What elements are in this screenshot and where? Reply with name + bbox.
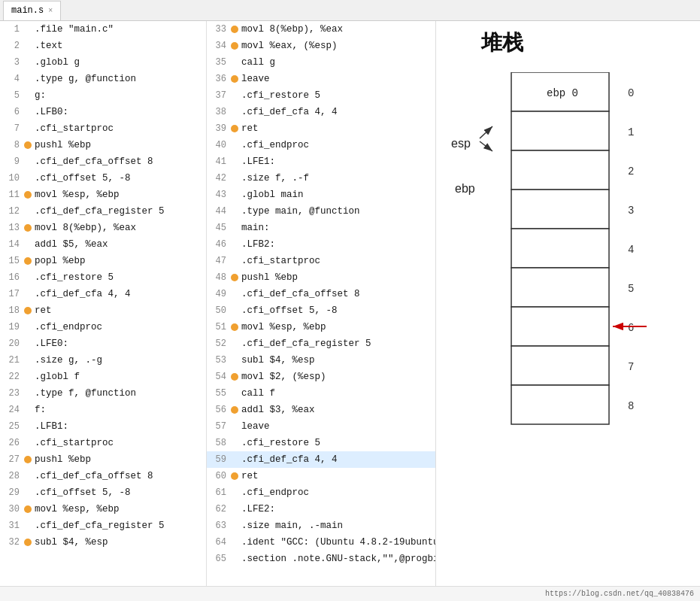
code-text: .section .note.GNU-stack,"",@progbits xyxy=(241,554,435,564)
line-number: 27 xyxy=(3,454,20,465)
code-line: 50 .cfi_offset 5, -8 xyxy=(207,302,435,319)
line-number: 1 xyxy=(3,24,20,35)
code-line: 37 .cfi_restore 5 xyxy=(207,87,435,104)
tab-label: main.s xyxy=(11,5,44,16)
code-text: .cfi_def_cfa 4, 4 xyxy=(241,107,338,117)
line-number: 65 xyxy=(210,554,226,564)
code-text: .cfi_startproc xyxy=(241,256,320,266)
code-text: subl $4, %esp xyxy=(241,355,315,366)
code-line: 41.LFE1: xyxy=(207,153,435,170)
breakpoint-dot[interactable] xyxy=(24,539,32,546)
line-number: 31 xyxy=(3,521,20,531)
breakpoint-dot[interactable] xyxy=(231,323,238,331)
code-line: 47 .cfi_startproc xyxy=(207,253,435,269)
code-line: 40 .cfi_endproc xyxy=(207,137,435,153)
line-number: 32 xyxy=(3,537,20,548)
line-number: 46 xyxy=(210,239,226,250)
breakpoint-dot[interactable] xyxy=(231,406,238,414)
code-text: pushl %ebp xyxy=(35,140,91,150)
code-text: .cfi_def_cfa 4, 4 xyxy=(241,454,338,465)
code-line: 46.LFB2: xyxy=(207,236,435,253)
code-text: .LFE2: xyxy=(241,504,275,514)
code-line: 22 .globl f xyxy=(0,369,206,385)
breakpoint-dot[interactable] xyxy=(231,274,238,281)
code-line: 61 .cfi_endproc xyxy=(207,484,435,501)
code-text: call f xyxy=(241,388,275,399)
line-number: 3 xyxy=(3,57,20,68)
code-text: movl %esp, %ebp xyxy=(241,322,326,332)
line-number: 6 xyxy=(3,107,20,117)
code-line: 10 .cfi_offset 5, -8 xyxy=(0,170,206,187)
line-number: 63 xyxy=(210,521,226,531)
breakpoint-dot[interactable] xyxy=(24,505,32,513)
code-line: 59 .cfi_def_cfa 4, 4 xyxy=(207,451,435,468)
svg-rect-17 xyxy=(511,385,609,424)
line-number: 22 xyxy=(3,372,20,382)
code-text: movl 8(%ebp), %eax xyxy=(241,24,343,35)
line-number: 2 xyxy=(3,41,20,51)
breakpoint-dot[interactable] xyxy=(24,191,32,199)
code-text: ret xyxy=(241,471,259,481)
breakpoint-dot[interactable] xyxy=(231,42,238,50)
breakpoint-dot[interactable] xyxy=(24,456,32,463)
code-line: 38 .cfi_def_cfa 4, 4 xyxy=(207,104,435,120)
code-line: 44 .type main, @function xyxy=(207,203,435,220)
main-content: 1 .file "main.c"2 .text3 .globl g4 .type… xyxy=(0,21,700,586)
breakpoint-dot[interactable] xyxy=(231,75,238,83)
line-number: 12 xyxy=(3,206,20,217)
code-line: 31 .cfi_def_cfa_register 5 xyxy=(0,518,206,534)
svg-text:6: 6 xyxy=(628,322,634,334)
breakpoint-dot[interactable] xyxy=(231,472,238,480)
code-line: 18 ret xyxy=(0,302,206,319)
breakpoint-dot[interactable] xyxy=(231,125,238,132)
svg-rect-9 xyxy=(511,229,609,268)
code-line: 19 .cfi_endproc xyxy=(0,319,206,335)
code-line: 51 movl %esp, %ebp xyxy=(207,319,435,335)
code-text: pushl %ebp xyxy=(241,272,298,283)
code-right-column: 33 movl 8(%ebp), %eax34 movl %eax, (%esp… xyxy=(207,21,435,586)
code-text: f: xyxy=(35,405,46,415)
line-number: 11 xyxy=(3,190,20,200)
line-number: 53 xyxy=(210,355,226,366)
line-number: 38 xyxy=(210,107,226,117)
code-line: 43 .globl main xyxy=(207,187,435,203)
breakpoint-dot[interactable] xyxy=(24,141,32,149)
code-text: .type g, @function xyxy=(35,74,136,84)
code-line: 57 leave xyxy=(207,418,435,435)
code-line: 52 .cfi_def_cfa_register 5 xyxy=(207,335,435,352)
code-text: movl %esp, %ebp xyxy=(35,190,120,200)
code-text: .LFB0: xyxy=(35,107,68,117)
line-number: 23 xyxy=(3,388,20,399)
code-text: leave xyxy=(241,74,270,84)
code-line: 45main: xyxy=(207,220,435,236)
svg-rect-11 xyxy=(511,268,609,307)
breakpoint-dot[interactable] xyxy=(231,26,238,33)
breakpoint-dot[interactable] xyxy=(231,373,238,381)
code-text: .cfi_startproc xyxy=(35,438,114,448)
code-line: 53 subl $4, %esp xyxy=(207,352,435,369)
code-text: .cfi_def_cfa_offset 8 xyxy=(241,289,360,299)
svg-rect-7 xyxy=(511,190,609,229)
line-number: 61 xyxy=(210,487,226,498)
line-number: 17 xyxy=(3,289,20,299)
breakpoint-dot[interactable] xyxy=(24,257,32,265)
line-number: 55 xyxy=(210,388,226,399)
main-tab[interactable]: main.s × xyxy=(3,1,61,20)
line-number: 45 xyxy=(210,223,226,233)
code-line: 4 .type g, @function xyxy=(0,71,206,87)
code-text: .cfi_offset 5, -8 xyxy=(241,305,338,316)
svg-text:1: 1 xyxy=(628,126,634,138)
svg-text:ebp: ebp xyxy=(455,182,475,195)
code-text: .globl f xyxy=(35,372,80,382)
breakpoint-dot[interactable] xyxy=(24,307,32,314)
code-line: 49 .cfi_def_cfa_offset 8 xyxy=(207,286,435,302)
line-number: 21 xyxy=(3,355,20,366)
svg-text:2: 2 xyxy=(628,165,634,178)
code-text: .cfi_def_cfa_register 5 xyxy=(35,521,165,531)
breakpoint-dot[interactable] xyxy=(24,224,32,232)
code-text: .cfi_endproc xyxy=(35,322,102,332)
code-line: 12 .cfi_def_cfa_register 5 xyxy=(0,203,206,220)
line-number: 19 xyxy=(3,322,20,332)
code-text: .cfi_endproc xyxy=(241,487,309,498)
tab-close[interactable]: × xyxy=(48,7,53,15)
